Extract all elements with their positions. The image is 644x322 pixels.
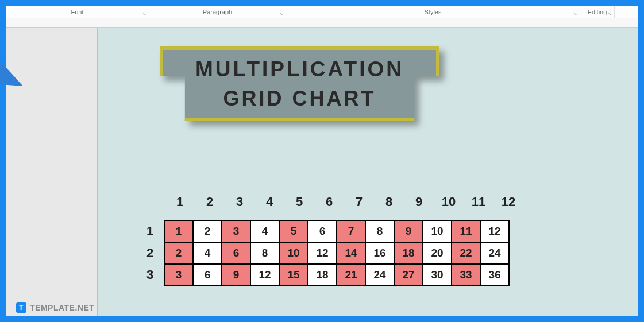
grid-cell[interactable]: 10 <box>279 242 308 265</box>
column-header: 12 <box>493 195 523 210</box>
dialog-launcher-icon[interactable]: ↘ <box>607 11 612 17</box>
ribbon-group-styles[interactable]: Styles↘ <box>286 6 580 18</box>
grid-cell[interactable]: 2 <box>192 220 222 243</box>
grid-cell[interactable]: 1 <box>164 220 194 243</box>
grid-cell[interactable]: 9 <box>221 263 251 286</box>
ribbon-group-editing[interactable]: Editing↘ <box>580 6 615 18</box>
column-header: 8 <box>374 195 404 210</box>
column-header: 3 <box>225 195 254 210</box>
grid-cell[interactable]: 18 <box>394 242 423 265</box>
grid-cell[interactable]: 21 <box>336 263 366 286</box>
column-headers: 123456789101112 <box>165 195 523 210</box>
grid-cell[interactable]: 16 <box>365 242 395 265</box>
chart-title-line2: GRID CHART <box>195 87 404 110</box>
column-header: 9 <box>404 195 434 210</box>
callout-arrow-icon <box>0 52 69 224</box>
ribbon-group-paragraph[interactable]: Paragraph↘ <box>149 6 286 18</box>
grid-cell[interactable]: 12 <box>307 242 337 265</box>
grid-cell[interactable]: 4 <box>250 220 280 243</box>
ribbon-bar: Font↘Paragraph↘Styles↘Editing↘ <box>6 6 638 18</box>
column-header: 4 <box>254 195 284 210</box>
ribbon-group-label: Styles <box>425 9 442 15</box>
grid-cell[interactable]: 8 <box>250 242 280 265</box>
chart-title-box[interactable]: MULTIPLICATION GRID CHART <box>160 46 439 121</box>
column-header: 5 <box>284 195 314 210</box>
grid-cell[interactable]: 6 <box>192 263 222 286</box>
table-row: 3369121518212427303336 <box>135 263 523 286</box>
grid-cell[interactable]: 15 <box>279 263 308 286</box>
row-header: 2 <box>135 246 165 261</box>
column-header: 6 <box>314 195 344 210</box>
chart-title-shape: MULTIPLICATION GRID CHART <box>160 46 439 121</box>
grid-cell[interactable]: 30 <box>422 263 452 286</box>
column-header: 7 <box>344 195 374 210</box>
grid-cell[interactable]: 2 <box>164 242 194 265</box>
watermark-logo-icon: T <box>16 302 26 313</box>
grid-cell[interactable]: 36 <box>480 263 510 286</box>
ribbon-group-font[interactable]: Font↘ <box>6 6 149 18</box>
ribbon-group-label: Paragraph <box>203 9 232 15</box>
chart-title-line1: MULTIPLICATION <box>195 58 404 82</box>
grid-cell[interactable]: 27 <box>394 263 423 286</box>
grid-cell[interactable]: 7 <box>336 220 366 243</box>
ribbon-group-label: Editing <box>588 9 607 15</box>
grid-cell[interactable]: 22 <box>451 242 481 265</box>
grid-cell[interactable]: 24 <box>365 263 395 286</box>
grid-cell[interactable]: 6 <box>307 220 337 243</box>
column-header: 1 <box>165 195 195 210</box>
grid-cell[interactable]: 10 <box>422 220 452 243</box>
column-header: 10 <box>434 195 464 210</box>
row-header: 1 <box>135 224 165 239</box>
watermark-text: TEMPLATE.NET <box>30 303 94 312</box>
watermark: T TEMPLATE.NET <box>16 302 94 313</box>
dialog-launcher-icon[interactable]: ↘ <box>142 11 146 17</box>
grid-body: 1123456789101112224681012141618202224336… <box>135 220 523 286</box>
app-window: Font↘Paragraph↘Styles↘Editing↘ MULTIPLIC… <box>0 0 644 322</box>
row-header: 3 <box>135 267 165 282</box>
table-row: 224681012141618202224 <box>135 242 523 265</box>
column-header: 2 <box>195 195 225 210</box>
table-row: 1123456789101112 <box>135 220 523 243</box>
column-header: 11 <box>464 195 493 210</box>
svg-marker-0 <box>0 55 23 86</box>
horizontal-ruler <box>6 18 638 28</box>
dialog-launcher-icon[interactable]: ↘ <box>573 11 577 17</box>
grid-cell[interactable]: 9 <box>394 220 423 243</box>
grid-cell[interactable]: 18 <box>307 263 337 286</box>
grid-cell[interactable]: 33 <box>451 263 481 286</box>
grid-cell[interactable]: 24 <box>480 242 510 265</box>
grid-cell[interactable]: 14 <box>336 242 366 265</box>
grid-cell[interactable]: 12 <box>480 220 510 243</box>
grid-cell[interactable]: 6 <box>221 242 251 265</box>
grid-cell[interactable]: 5 <box>279 220 308 243</box>
ribbon-group-label: Font <box>71 9 83 15</box>
grid-cell[interactable]: 3 <box>221 220 251 243</box>
grid-cell[interactable]: 20 <box>422 242 452 265</box>
grid-cell[interactable]: 3 <box>164 263 194 286</box>
document-page[interactable]: MULTIPLICATION GRID CHART 12345678910111… <box>97 28 638 316</box>
grid-cell[interactable]: 12 <box>250 263 280 286</box>
dialog-launcher-icon[interactable]: ↘ <box>279 11 283 17</box>
multiplication-grid[interactable]: 123456789101112 112345678910111222468101… <box>135 195 523 286</box>
grid-cell[interactable]: 4 <box>192 242 222 265</box>
grid-cell[interactable]: 8 <box>365 220 395 243</box>
grid-cell[interactable]: 11 <box>451 220 481 243</box>
